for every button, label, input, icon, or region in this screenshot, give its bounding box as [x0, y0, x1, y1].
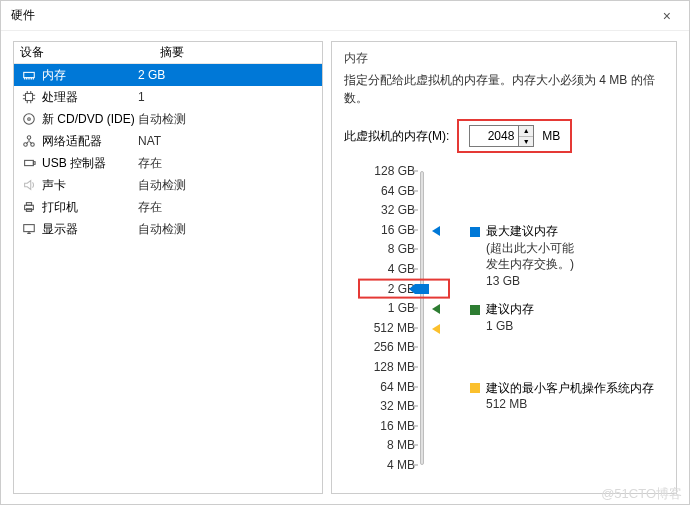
slider-tick-label: 64 MB: [365, 380, 415, 394]
cd-icon: [20, 112, 38, 126]
hardware-summary: 自动检测: [138, 111, 316, 128]
memory-unit: MB: [542, 129, 560, 143]
hardware-device: 内存: [42, 67, 66, 84]
hardware-summary: 2 GB: [138, 68, 316, 82]
slider-track: [420, 171, 424, 465]
col-device-header: 设备: [20, 44, 160, 61]
hardware-row[interactable]: 网络适配器NAT: [14, 130, 322, 152]
hardware-device: 显示器: [42, 221, 78, 238]
memory-input-label: 此虚拟机的内存(M):: [344, 128, 449, 145]
svg-point-2: [24, 114, 35, 125]
svg-rect-8: [33, 162, 35, 165]
slider-tick-label: 1 GB: [365, 301, 415, 315]
hardware-summary: 自动检测: [138, 221, 316, 238]
svg-rect-1: [26, 94, 33, 101]
slider-marker-green: [432, 301, 440, 315]
hardware-header: 设备 摘要: [14, 42, 322, 64]
display-icon: [20, 222, 38, 236]
slider-tick-label: 4 GB: [365, 262, 415, 276]
hardware-list-panel: 设备 摘要 内存2 GB处理器1新 CD/DVD (IDE)自动检测网络适配器N…: [13, 41, 323, 494]
hardware-row[interactable]: 新 CD/DVD (IDE)自动检测: [14, 108, 322, 130]
memory-input[interactable]: [470, 126, 518, 146]
slider-legend-yellow: 建议的最小客户机操作系统内存512 MB: [470, 380, 654, 414]
svg-point-4: [27, 136, 31, 140]
printer-icon: [20, 200, 38, 214]
close-icon[interactable]: ×: [655, 4, 679, 28]
spinner-down-icon[interactable]: ▼: [519, 137, 533, 147]
slider-tick-label: 8 GB: [365, 242, 415, 256]
hardware-row[interactable]: 显示器自动检测: [14, 218, 322, 240]
hardware-row[interactable]: 打印机存在: [14, 196, 322, 218]
memory-spinner[interactable]: ▲ ▼: [469, 125, 534, 147]
slider-tick-label: 128 MB: [365, 360, 415, 374]
memory-panel: 内存 指定分配给此虚拟机的内存量。内存大小必须为 4 MB 的倍数。 此虚拟机的…: [331, 41, 677, 494]
svg-rect-12: [24, 225, 35, 232]
slider-tick-label: 512 MB: [365, 321, 415, 335]
hardware-device: 网络适配器: [42, 133, 102, 150]
hardware-summary: 存在: [138, 155, 316, 172]
hardware-summary: NAT: [138, 134, 316, 148]
slider-marker-blue: [432, 223, 440, 237]
slider-legend-blue: 最大建议内存(超出此大小可能发生内存交换。)13 GB: [470, 223, 574, 290]
network-icon: [20, 134, 38, 148]
sound-icon: [20, 178, 38, 192]
memory-slider[interactable]: 128 GB64 GB32 GB16 GB8 GB4 GB2 GB1 GB512…: [360, 171, 664, 471]
hardware-device: 声卡: [42, 177, 66, 194]
usb-icon: [20, 156, 38, 170]
watermark: @51CTO博客: [601, 485, 682, 503]
slider-tick-label: 8 MB: [365, 438, 415, 452]
hardware-summary: 1: [138, 90, 316, 104]
col-summary-header: 摘要: [160, 44, 316, 61]
hardware-device: USB 控制器: [42, 155, 106, 172]
slider-tick-label: 128 GB: [365, 164, 415, 178]
hardware-summary: 存在: [138, 199, 316, 216]
memory-desc: 指定分配给此虚拟机的内存量。内存大小必须为 4 MB 的倍数。: [344, 71, 664, 107]
hardware-row[interactable]: 声卡自动检测: [14, 174, 322, 196]
hardware-summary: 自动检测: [138, 177, 316, 194]
slider-marker-yellow: [432, 321, 440, 335]
hardware-row[interactable]: USB 控制器存在: [14, 152, 322, 174]
svg-rect-7: [25, 160, 34, 165]
svg-rect-10: [26, 203, 31, 206]
svg-rect-0: [24, 72, 35, 77]
spinner-up-icon[interactable]: ▲: [519, 126, 533, 137]
dialog-title: 硬件: [11, 7, 35, 24]
slider-legend-green: 建议内存1 GB: [470, 301, 534, 335]
slider-tick-label: 32 GB: [365, 203, 415, 217]
cpu-icon: [20, 90, 38, 104]
slider-tick-label: 64 GB: [365, 184, 415, 198]
slider-tick-label: 16 MB: [365, 419, 415, 433]
section-title: 内存: [344, 50, 664, 67]
hardware-row[interactable]: 内存2 GB: [14, 64, 322, 86]
hardware-device: 打印机: [42, 199, 78, 216]
slider-tick-label: 4 MB: [365, 458, 415, 472]
slider-tick-label: 32 MB: [365, 399, 415, 413]
hardware-row[interactable]: 处理器1: [14, 86, 322, 108]
slider-tick-label: 16 GB: [365, 223, 415, 237]
hardware-device: 新 CD/DVD (IDE): [42, 111, 135, 128]
current-value-highlight: [358, 278, 450, 298]
memory-input-highlight: ▲ ▼ MB: [457, 119, 572, 153]
memory-icon: [20, 68, 38, 82]
hardware-device: 处理器: [42, 89, 78, 106]
slider-tick-label: 256 MB: [365, 340, 415, 354]
svg-point-3: [28, 118, 31, 121]
